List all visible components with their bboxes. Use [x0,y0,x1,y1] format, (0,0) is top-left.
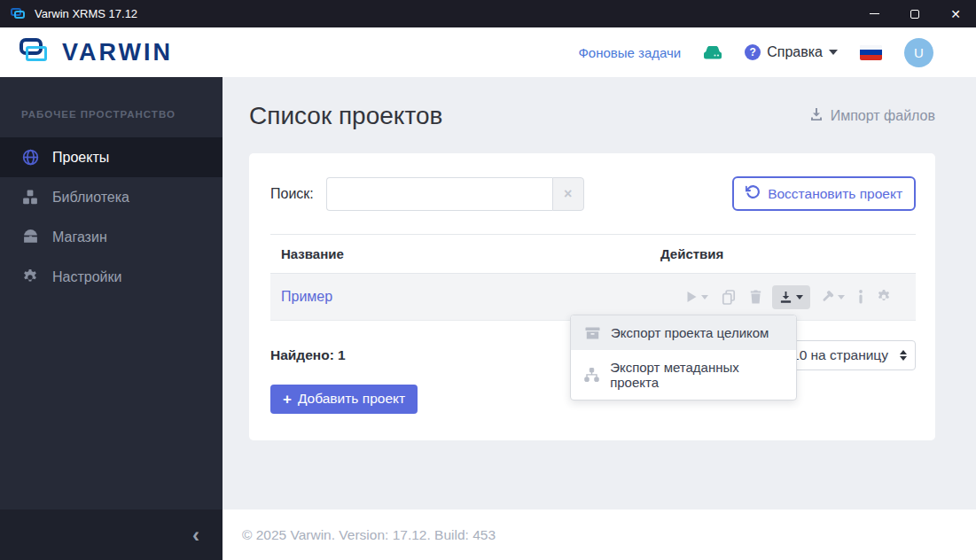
sitemap-icon [584,368,599,382]
copyright-text: © 2025 Varwin. Version: 17.12. Build: 45… [242,527,496,543]
copy-icon [722,290,736,305]
sidebar-item-projects[interactable]: Проекты [0,137,223,177]
project-settings-button[interactable] [877,290,891,304]
column-header-actions: Действия [660,246,916,261]
main-content: Список проектов Импорт файлов Поиск: × [223,77,976,560]
varwin-logo: VARWIN [20,36,173,68]
sidebar: РАБОЧЕЕ ПРОСТРАНСТВО Проекты Библиотека … [0,77,223,560]
globe-icon [21,149,39,166]
add-project-button[interactable]: + Добавить проект [270,385,418,414]
minimize-button[interactable] [854,0,894,27]
cubes-icon [21,190,39,206]
restore-project-button[interactable]: Восстановить проект [732,176,916,211]
sidebar-item-label: Магазин [52,229,107,245]
chevron-down-icon [829,50,838,55]
search-label: Поиск: [270,186,314,202]
varwin-logo-text: VARWIN [62,39,173,66]
maximize-icon [910,10,919,19]
sidebar-item-label: Настройки [52,269,121,285]
close-icon: ✕ [950,8,961,20]
background-tasks-link[interactable]: Фоновые задачи [578,45,681,60]
sidebar-item-settings[interactable]: Настройки [0,257,223,297]
window-controls: ✕ [854,0,976,27]
projects-table: Название Действия Пример [270,234,916,321]
found-count-label: Найдено: 1 [270,347,346,363]
copy-project-button[interactable] [722,290,736,305]
close-button[interactable]: ✕ [935,0,976,27]
search-clear-button[interactable]: × [552,177,584,211]
app-header: VARWIN Фоновые задачи ? Справка U [0,27,976,77]
help-menu[interactable]: ? Справка [745,44,838,60]
maximize-button[interactable] [894,0,935,27]
sidebar-item-library[interactable]: Библиотека [0,177,223,217]
app-window: Varwin XRMS 17.12 ✕ VARWIN Фоновые задач… [0,0,976,560]
archive-icon [584,326,600,340]
chevron-down-icon [796,295,803,299]
chest-icon [21,229,39,245]
export-project-button[interactable] [772,285,810,309]
minimize-icon [870,13,879,14]
hammer-icon [820,290,834,304]
projects-card: Поиск: × Восстановить проект [249,153,935,440]
row-actions [660,285,916,309]
project-info-button[interactable] [858,290,863,304]
gear-icon [21,269,39,285]
plus-icon: + [283,392,292,407]
add-project-label: Добавить проект [298,391,405,407]
window-title: Varwin XRMS 17.12 [35,7,137,20]
import-icon [809,107,824,125]
page-title: Список проектов [249,102,442,130]
table-row: Пример [270,274,916,321]
export-metadata-item[interactable]: Экспорт метаданных проекта [571,350,796,400]
project-name-link[interactable]: Пример [281,289,660,305]
server-status-icon[interactable] [703,45,722,59]
sidebar-item-label: Библиотека [52,190,129,206]
gear-icon [877,290,891,304]
import-files-button[interactable]: Импорт файлов [809,107,935,125]
select-arrows-icon [900,350,907,361]
build-project-button[interactable] [820,290,845,304]
export-dropdown-menu: Экспорт проекта целиком Экспорт метаданн… [570,315,797,401]
sidebar-section-label: РАБОЧЕЕ ПРОСТРАНСТВО [0,77,223,137]
sidebar-item-store[interactable]: Магазин [0,217,223,257]
chevron-down-icon [838,295,845,299]
import-files-label: Импорт файлов [831,108,935,124]
language-flag-ru[interactable] [860,45,882,60]
play-icon [685,291,698,303]
app-logo-icon [11,8,27,19]
trash-icon [749,290,762,304]
sidebar-footer: ‹ [0,509,223,560]
search-input[interactable] [326,177,552,211]
titlebar: Varwin XRMS 17.12 ✕ [0,0,976,27]
help-label: Справка [767,44,823,60]
page-size-select[interactable]: 10 на страницу [782,340,916,370]
varwin-logo-icon [20,36,55,68]
sidebar-item-label: Проекты [52,150,109,166]
footer: © 2025 Varwin. Version: 17.12. Build: 45… [223,509,976,560]
help-question-icon: ? [745,44,761,60]
restore-button-label: Восстановить проект [768,186,902,202]
clear-x-icon: × [564,186,572,202]
delete-project-button[interactable] [749,290,762,304]
export-full-project-item[interactable]: Экспорт проекта целиком [571,315,796,350]
page-size-value: 10 на страницу [792,347,888,363]
user-avatar[interactable]: U [904,38,933,67]
restore-icon [746,184,761,203]
column-header-name: Название [281,246,660,261]
collapse-sidebar-button[interactable]: ‹ [192,525,199,546]
chevron-down-icon [701,295,708,299]
menu-item-label: Экспорт проекта целиком [611,325,769,340]
menu-item-label: Экспорт метаданных проекта [610,360,783,390]
download-icon [779,291,793,304]
run-project-button[interactable] [685,291,708,303]
info-icon [858,290,863,304]
